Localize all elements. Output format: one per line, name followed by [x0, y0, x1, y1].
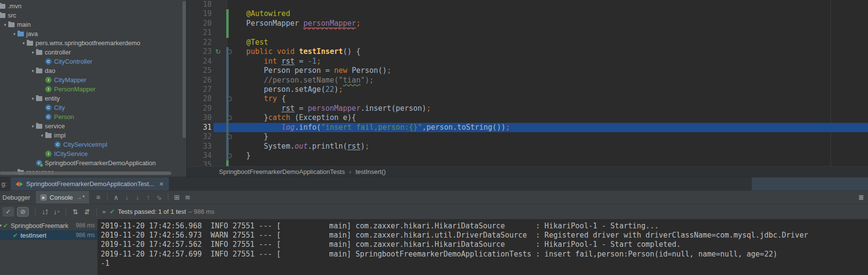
console-output[interactable]: 2019-11-20 17:42:56.968 INFO 27551 --- [… — [97, 219, 868, 275]
code-line-26[interactable]: 26 //person.setName("tian"); — [187, 76, 868, 85]
fold-marker-icon[interactable] — [228, 97, 232, 101]
grid-icon[interactable]: ⊞ — [172, 193, 182, 201]
test-tree-item-springbootfreemark[interactable]: ▾✔SpringbootFreemark986 ms — [0, 221, 97, 230]
expand-arrow-icon[interactable]: ▾ — [30, 50, 36, 55]
code-line-31[interactable]: 31 log.info("insert fail,person:{}",pers… — [187, 123, 868, 132]
code-line-20[interactable]: 20 PersonMapper personMapper; — [187, 19, 868, 28]
line-number[interactable]: 20 — [187, 19, 214, 28]
line-number[interactable]: 25 — [187, 66, 214, 75]
tree-item-pers-wmx-springbootfreemarkerdemo[interactable]: ▾pers.wmx.springbootfreemarkerdemo — [0, 38, 186, 48]
tree-item-java[interactable]: ▾java — [0, 29, 186, 38]
tab-console[interactable]: ▶ Console →* — [36, 191, 89, 204]
line-number[interactable]: 26 — [187, 76, 214, 85]
tree-item-icityservice[interactable]: IICityService — [0, 149, 186, 158]
breadcrumb-method[interactable]: testInsert() — [356, 168, 386, 175]
vcs-change-marker[interactable] — [226, 28, 229, 37]
tree-item-citymapper[interactable]: ICityMapper — [0, 75, 186, 85]
fold-marker-icon[interactable] — [228, 154, 232, 158]
tree-item-service[interactable]: ▾service — [0, 121, 186, 131]
code-line-28[interactable]: 28 try { — [187, 94, 868, 103]
sort-alphabetically-icon[interactable]: ↓az — [39, 208, 51, 216]
code-line-34[interactable]: 34 } — [187, 151, 868, 160]
show-passed-icon[interactable]: ✓ — [2, 207, 14, 217]
close-icon[interactable]: ✕ — [159, 181, 164, 188]
code-line-25[interactable]: 25 Person person = new Person(); — [187, 66, 868, 75]
layout-settings-icon[interactable]: ≣ — [858, 193, 864, 201]
scroll-down-icon[interactable]: ↓ — [132, 193, 143, 201]
tree-item-citycontroller[interactable]: CCityController — [0, 57, 186, 66]
fold-marker-icon[interactable] — [228, 116, 232, 120]
expand-arrow-icon[interactable]: ▾ — [39, 133, 45, 138]
line-number[interactable]: 19 — [187, 9, 214, 18]
code-area[interactable]: 1819 @Autowired20 PersonMapper personMap… — [187, 0, 868, 166]
expand-arrow-icon[interactable]: ▾ — [30, 96, 36, 101]
down-stack-trace-icon[interactable]: ↓ — [122, 193, 132, 201]
test-tree-item-testinsert[interactable]: ✔testInsert986 ms — [0, 230, 97, 240]
tree-item-person[interactable]: CPerson — [0, 112, 186, 121]
expand-arrow-icon[interactable]: ▾ — [30, 69, 36, 73]
line-number[interactable]: 24 — [187, 57, 214, 66]
collapse-all-icon[interactable]: ⇵ — [81, 208, 93, 216]
line-number[interactable]: 28 — [187, 94, 214, 103]
vcs-change-marker[interactable] — [226, 66, 229, 75]
tree-vertical-scrollbar[interactable] — [182, 1, 186, 138]
code-line-21[interactable]: 21 — [187, 28, 868, 37]
tree-item-src[interactable]: src — [0, 11, 186, 20]
fold-marker-icon[interactable] — [228, 50, 232, 54]
vcs-change-marker[interactable] — [226, 76, 229, 85]
code-line-22[interactable]: 22 @Test — [187, 38, 868, 47]
line-number[interactable]: 30 — [187, 113, 214, 122]
line-number[interactable]: 23 — [187, 47, 214, 56]
breadcrumb-class[interactable]: SpringbootFreemarkerDemoApplicationTests — [219, 168, 345, 175]
fold-marker-icon[interactable] — [228, 135, 232, 139]
tree-item-entity[interactable]: ▾entity — [0, 94, 186, 103]
code-line-27[interactable]: 27 person.setAge(22); — [187, 85, 868, 94]
tree-item-cityserviceimpl[interactable]: CCityServiceImpl — [0, 140, 186, 149]
options-menu-icon[interactable]: ≡ — [93, 193, 104, 201]
line-number[interactable]: 33 — [187, 142, 214, 151]
code-line-32[interactable]: 32 } — [187, 132, 868, 141]
tree-item-springbootfreemarkerdemoapplication[interactable]: CSpringbootFreemarkerDemoApplication — [0, 158, 186, 168]
code-line-33[interactable]: 33 System.out.println(rst); — [187, 142, 868, 151]
code-line-30[interactable]: 30 }catch (Exception e){ — [187, 113, 868, 122]
expand-all-icon[interactable]: ⇅ — [70, 208, 81, 216]
run-test-icon[interactable]: ↻ — [214, 48, 222, 56]
vcs-change-marker[interactable] — [226, 123, 229, 132]
line-number[interactable]: 32 — [187, 132, 214, 141]
up-stack-trace-icon[interactable]: ∧ — [111, 193, 122, 201]
scroll-up-icon[interactable]: ↑ — [143, 193, 154, 201]
line-number[interactable]: 22 — [187, 38, 214, 47]
code-line-35[interactable]: 35 — [187, 160, 868, 166]
chevrons-icon[interactable]: » — [102, 208, 106, 215]
tree-item-controller[interactable]: ▾controller — [0, 48, 186, 57]
tree-item-mvn[interactable]: .mvn — [0, 1, 186, 11]
tree-item-city[interactable]: CCity — [0, 103, 186, 112]
tree-item-personmapper[interactable]: IPersonMapper — [0, 85, 186, 94]
expand-arrow-icon[interactable]: ▾ — [2, 22, 8, 27]
run-config-tab[interactable]: SpringbootFreemarkerDemoApplicationTest.… — [11, 177, 169, 190]
line-number[interactable]: 34 — [187, 151, 214, 160]
code-line-23[interactable]: 23↻ public void testInsert() { — [187, 47, 868, 56]
tab-debugger[interactable]: Debugger — [0, 191, 36, 204]
code-line-19[interactable]: 19 @Autowired — [187, 9, 868, 18]
code-line-29[interactable]: 29 rst = personMapper.insert(person); — [187, 104, 868, 113]
vcs-change-marker[interactable] — [226, 19, 229, 28]
code-line-24[interactable]: 24 int rst = -1; — [187, 57, 868, 66]
expand-arrow-icon[interactable]: ▾ — [30, 124, 36, 129]
tree-item-dao[interactable]: ▾dao — [0, 66, 186, 75]
ignore-filter-icon[interactable]: ⊘ — [17, 207, 29, 217]
sort-by-duration-icon[interactable]: ↓≡ — [51, 208, 62, 216]
settings-icon[interactable]: ≋ — [182, 193, 193, 201]
vcs-change-marker[interactable] — [226, 104, 229, 113]
line-number[interactable]: 18 — [187, 0, 214, 9]
line-number[interactable]: 21 — [187, 28, 214, 37]
vcs-change-marker[interactable] — [226, 9, 229, 18]
tree-item-impl[interactable]: ▾impl — [0, 131, 186, 140]
line-number[interactable]: 35 — [187, 160, 214, 166]
line-number[interactable]: 29 — [187, 104, 214, 113]
tree-horizontal-scrollbar[interactable] — [0, 172, 171, 175]
vcs-change-marker[interactable] — [226, 142, 229, 151]
tree-item-main[interactable]: ▾main — [0, 20, 186, 29]
line-number[interactable]: 31 — [187, 123, 214, 132]
expand-arrow-icon[interactable]: ▾ — [20, 41, 27, 46]
